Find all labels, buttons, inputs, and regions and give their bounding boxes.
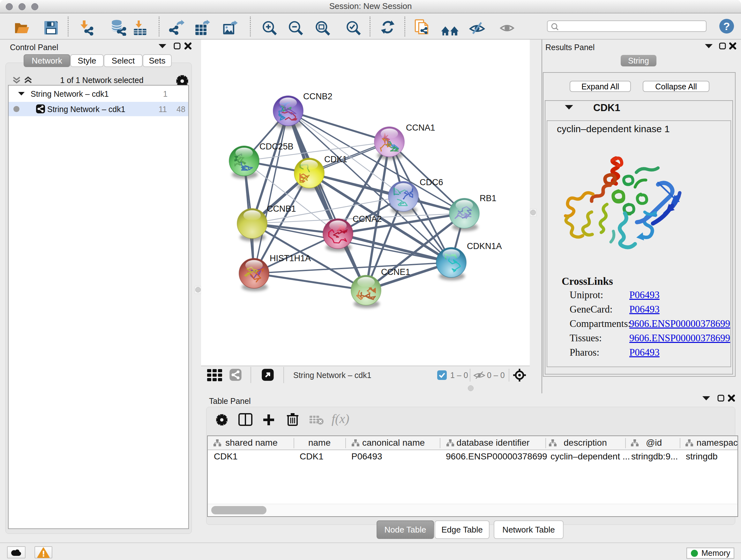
svg-text:CCNA2: CCNA2 [353, 214, 382, 224]
svg-text:RB1: RB1 [480, 193, 496, 203]
svg-text:CCNE1: CCNE1 [381, 267, 410, 277]
svg-text:CDKN1A: CDKN1A [467, 241, 502, 251]
svg-text:CCNA1: CCNA1 [406, 123, 435, 132]
svg-text:CCNB2: CCNB2 [303, 91, 333, 101]
svg-text:CCNB1: CCNB1 [267, 204, 296, 213]
svg-text:CDC25B: CDC25B [259, 142, 293, 151]
svg-text:CDK1: CDK1 [324, 154, 347, 164]
svg-text:HIST1H1A: HIST1H1A [270, 253, 311, 263]
svg-text:CDC6: CDC6 [420, 178, 443, 187]
